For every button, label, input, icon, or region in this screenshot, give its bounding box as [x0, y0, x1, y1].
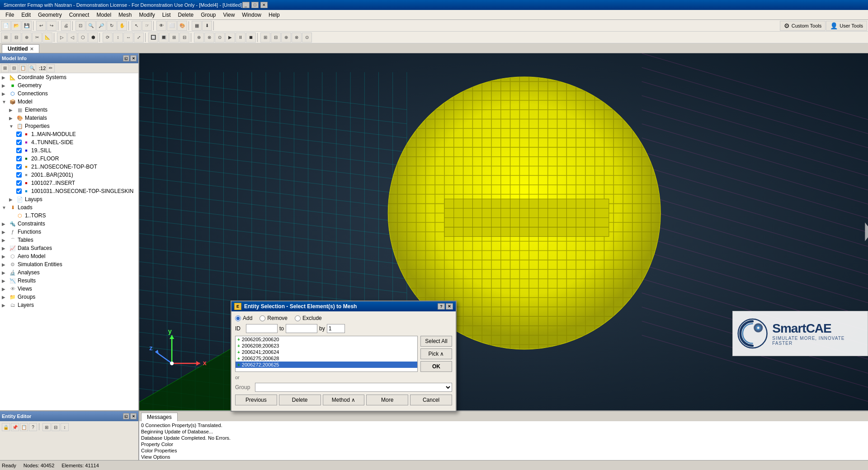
- prop2001-checkbox[interactable]: [16, 172, 22, 178]
- entity-item-4[interactable]: + 2006272;200625: [236, 362, 417, 368]
- tree-item-coord[interactable]: ▶ 📐 Coordinate Systems: [0, 73, 138, 81]
- prop21-checkbox[interactable]: [16, 164, 22, 169]
- tb2-12[interactable]: ↔: [123, 33, 133, 42]
- tb2-23[interactable]: ⏹: [246, 33, 256, 42]
- ee-expand-icon[interactable]: ↕: [61, 423, 69, 431]
- tb2-13[interactable]: ⤢: [134, 33, 144, 42]
- tree-item-aeromodel[interactable]: ▶ ⬡ Aero Model: [0, 252, 138, 260]
- menu-modify[interactable]: Modify: [135, 11, 158, 19]
- radio-exclude-input[interactable]: [295, 315, 301, 321]
- menu-model[interactable]: Model: [93, 11, 115, 19]
- id-input[interactable]: [246, 324, 278, 333]
- tb2-11[interactable]: ↕: [113, 33, 123, 42]
- tree-toolbar-5[interactable]: ✏: [47, 64, 55, 72]
- ee-copy-icon[interactable]: 📋: [20, 423, 28, 431]
- tree-item-elem[interactable]: ▶ ▦ Elements: [0, 106, 138, 114]
- radio-remove-input[interactable]: [259, 315, 265, 321]
- panel-float-btn[interactable]: ◱: [123, 55, 129, 61]
- ee-filter-icon[interactable]: ⊟: [52, 423, 60, 431]
- menu-geometry[interactable]: Geometry: [34, 11, 66, 19]
- tree-item-prop21[interactable]: ■ 21..NOSECONE-TOP-BOT: [0, 163, 138, 171]
- tb2-16[interactable]: ⊞: [169, 33, 179, 42]
- tree-toolbar-4[interactable]: 🔍: [28, 64, 36, 72]
- entity-item-1[interactable]: + 2006208;200623: [236, 343, 417, 349]
- tree-item-groups[interactable]: ▶ 📁 Groups: [0, 293, 138, 301]
- tb2-3[interactable]: ⊕: [22, 33, 32, 42]
- select-icon[interactable]: ↖: [132, 21, 142, 31]
- tree-item-prop19[interactable]: ■ 19..SILL: [0, 146, 138, 155]
- tree-item-load1[interactable]: ⬡ 1..TORS: [0, 212, 138, 220]
- tb2-10[interactable]: ⟳: [103, 33, 113, 42]
- tree-item-constraints[interactable]: ▶ 🔩 Constraints: [0, 220, 138, 228]
- radio-add-input[interactable]: [235, 315, 241, 321]
- radio-remove[interactable]: Remove: [259, 315, 288, 321]
- tb2-9[interactable]: ⬢: [88, 33, 98, 42]
- to-input[interactable]: [286, 324, 317, 333]
- minimize-button[interactable]: _: [242, 2, 250, 8]
- menu-edit[interactable]: Edit: [18, 11, 34, 19]
- rotate-icon[interactable]: ↻: [107, 21, 117, 31]
- color-icon[interactable]: 🎨: [177, 21, 187, 31]
- tb2-18[interactable]: ⊕: [194, 33, 204, 42]
- new-icon[interactable]: 📄: [1, 21, 11, 31]
- prop4-checkbox[interactable]: [16, 140, 22, 145]
- prop1-checkbox[interactable]: [16, 132, 22, 137]
- tb2-26[interactable]: ⊕: [281, 33, 291, 42]
- tree-item-simulations[interactable]: ▶ ⚙ Simulation Entities: [0, 260, 138, 268]
- entity-item-3[interactable]: + 2006275;200628: [236, 355, 417, 362]
- loads-icon[interactable]: ⬇: [202, 21, 212, 31]
- tree-item-views[interactable]: ▶ 👁 Views: [0, 285, 138, 293]
- radio-exclude[interactable]: Exclude: [295, 315, 322, 321]
- dialog-close-btn[interactable]: ✕: [446, 303, 453, 310]
- tree-item-prop1[interactable]: ■ 1..MAIN-MODULE: [0, 130, 138, 138]
- tree-item-loads[interactable]: ▼ ⬇ Loads: [0, 203, 138, 212]
- tree-item-prop2001[interactable]: ■ 2001..BAR(2001): [0, 171, 138, 179]
- zoom-out-icon[interactable]: 🔎: [96, 21, 106, 31]
- menu-window[interactable]: Window: [238, 11, 265, 19]
- display-icon[interactable]: ⬜: [167, 21, 177, 31]
- tb2-5[interactable]: 📐: [42, 33, 52, 42]
- tree-toolbar-2[interactable]: ⊟: [10, 64, 18, 72]
- menu-connect[interactable]: Connect: [66, 11, 93, 19]
- tree-item-analyses[interactable]: ▶ 🔬 Analyses: [0, 268, 138, 277]
- previous-button[interactable]: Previous: [235, 395, 277, 405]
- tb2-17[interactable]: ⊟: [179, 33, 189, 42]
- ee-float-btn[interactable]: ◱: [123, 413, 129, 419]
- close-button[interactable]: ✕: [260, 2, 268, 8]
- tree-item-prop4[interactable]: ■ 4..TUNNEL-SIDE: [0, 138, 138, 146]
- redo-icon[interactable]: ↪: [47, 21, 57, 31]
- tree-item-model[interactable]: ▼ 📦 Model: [0, 98, 138, 106]
- tree-item-props[interactable]: ▼ 📋 Properties: [0, 122, 138, 130]
- tb2-14[interactable]: 🔲: [148, 33, 158, 42]
- menu-mesh[interactable]: Mesh: [115, 11, 135, 19]
- tb2-4[interactable]: ✂: [32, 33, 42, 42]
- pick-button[interactable]: Pick ∧: [420, 348, 452, 359]
- method-button[interactable]: Method ∧: [323, 395, 365, 405]
- tree-toolbar-1[interactable]: ⊞: [1, 64, 9, 72]
- group-select[interactable]: [255, 383, 452, 392]
- ee-close-btn[interactable]: ✕: [130, 413, 137, 419]
- tree-item-results[interactable]: ▶ 📉 Results: [0, 277, 138, 285]
- ee-pin-icon[interactable]: 📌: [11, 423, 19, 431]
- tab-untitled[interactable]: Untitled ✕: [2, 44, 39, 53]
- tb2-28[interactable]: ⊙: [302, 33, 312, 42]
- tb2-1[interactable]: ⊞: [1, 33, 11, 42]
- more-button[interactable]: More: [366, 395, 408, 405]
- menu-delete[interactable]: Delete: [174, 11, 197, 19]
- prop19-checkbox[interactable]: [16, 148, 22, 153]
- zoom-fit-icon[interactable]: ⊡: [75, 21, 85, 31]
- tab-close-untitled[interactable]: ✕: [30, 47, 33, 52]
- undo-icon[interactable]: ↩: [36, 21, 46, 31]
- tb2-2[interactable]: ⊟: [11, 33, 21, 42]
- menu-help[interactable]: Help: [265, 11, 283, 19]
- mesh-icon[interactable]: ▦: [192, 21, 202, 31]
- tb2-21[interactable]: ▶: [225, 33, 235, 42]
- print-icon[interactable]: 🖨: [61, 21, 71, 31]
- entity-item-0[interactable]: + 2006205;200620: [236, 336, 417, 343]
- save-icon[interactable]: 💾: [22, 21, 32, 31]
- btab-messages[interactable]: Messages: [141, 413, 178, 421]
- tree-item-prop1027[interactable]: ■ 1001027..INSERT: [0, 179, 138, 187]
- tb2-7[interactable]: ◁: [67, 33, 77, 42]
- user-tools-btn[interactable]: 👤 User Tools: [826, 21, 867, 31]
- pan-icon[interactable]: ✋: [117, 21, 127, 31]
